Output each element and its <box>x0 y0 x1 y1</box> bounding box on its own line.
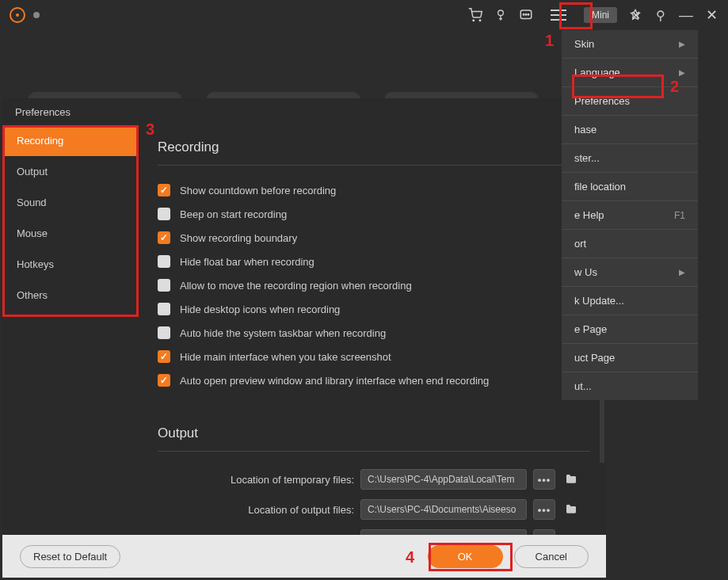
sidebar-item-output[interactable]: Output <box>2 156 139 187</box>
browse-button[interactable]: ••• <box>533 499 555 520</box>
sidebar-item-recording[interactable]: Recording <box>2 125 139 156</box>
sidebar-item-sound[interactable]: Sound <box>2 187 139 218</box>
option-hide-icons[interactable]: Hide desktop icons when recording <box>158 297 590 321</box>
checkbox-icon[interactable] <box>158 350 170 363</box>
sidebar-item-mouse[interactable]: Mouse <box>2 218 139 249</box>
dialog-title: Preferences <box>15 106 71 118</box>
svg-point-2 <box>498 10 504 16</box>
prefs-sidebar: Recording Output Sound Mouse Hotkeys Oth… <box>2 125 139 535</box>
option-label: Hide desktop icons when recording <box>180 303 340 315</box>
temp-path-input[interactable] <box>360 469 527 490</box>
pin-window-icon[interactable]: ⚲ <box>654 8 668 22</box>
option-countdown[interactable]: Show countdown before recording <box>158 178 590 202</box>
mini-mode-button[interactable]: Mini <box>584 7 617 23</box>
chevron-right-icon: ▶ <box>679 68 685 77</box>
section-title-recording: Recording <box>158 125 590 166</box>
option-label: Show recording boundary <box>180 232 297 244</box>
menu-item-skin[interactable]: Skin▶ <box>562 30 698 59</box>
cart-icon[interactable] <box>468 8 482 22</box>
annotation-label-4: 4 <box>406 548 414 567</box>
sidebar-item-hotkeys[interactable]: Hotkeys <box>2 249 139 280</box>
menu-item-update[interactable]: k Update... <box>562 287 698 315</box>
option-label: Auto hide the system taskbar when record… <box>180 327 386 339</box>
output-row-screenshot: Location of screenshot files: ••• <box>158 525 590 535</box>
menu-item-about[interactable]: ut... <box>562 372 698 400</box>
checkbox-icon[interactable] <box>158 326 170 339</box>
svg-point-1 <box>479 20 481 21</box>
option-label: Allow to move the recording region when … <box>180 280 412 292</box>
annotation-label-2: 2 <box>670 78 679 96</box>
open-folder-icon[interactable] <box>562 501 581 518</box>
menu-item-file-location[interactable]: file location <box>562 173 698 201</box>
key-icon[interactable] <box>494 8 508 22</box>
output-label: Location of output files: <box>158 504 354 516</box>
annotation-label-3: 3 <box>146 120 154 139</box>
option-boundary[interactable]: Show recording boundary <box>158 226 590 250</box>
checkbox-icon[interactable] <box>158 374 170 387</box>
cancel-button[interactable]: Cancel <box>514 545 589 568</box>
pin-icon[interactable]: ✕ <box>628 8 642 22</box>
option-hide-taskbar[interactable]: Auto hide the system taskbar when record… <box>158 321 590 345</box>
option-label: Auto open preview window and library int… <box>180 375 489 387</box>
minimize-icon[interactable]: — <box>679 8 693 22</box>
option-label: Show countdown before recording <box>180 185 336 197</box>
option-label: Beep on start recording <box>180 208 287 220</box>
shortcut-key: F1 <box>674 210 685 221</box>
browse-button[interactable]: ••• <box>533 469 555 490</box>
browse-button[interactable]: ••• <box>533 529 555 535</box>
dialog-footer: Reset to Default OK Cancel <box>2 535 606 578</box>
checkbox-icon[interactable] <box>158 231 170 244</box>
reset-default-button[interactable]: Reset to Default <box>20 545 120 568</box>
screenshot-path-input[interactable] <box>360 529 527 535</box>
svg-point-7 <box>525 14 527 16</box>
checkbox-icon[interactable] <box>158 303 170 315</box>
menu-item-support[interactable]: ort <box>562 230 698 258</box>
checkbox-icon[interactable] <box>158 255 170 268</box>
prefs-content[interactable]: Recording Show countdown before recordin… <box>139 125 606 535</box>
chevron-right-icon: ▶ <box>679 268 685 277</box>
option-hide-main[interactable]: Hide main interface when you take screen… <box>158 345 590 368</box>
output-path-input[interactable] <box>360 499 527 520</box>
feedback-icon[interactable] <box>519 8 533 22</box>
output-row-output: Location of output files: ••• <box>158 494 590 525</box>
svg-point-6 <box>523 14 524 16</box>
sidebar-item-others[interactable]: Others <box>2 280 139 311</box>
output-row-temp: Location of temporary files: ••• <box>158 464 590 494</box>
menu-item-follow[interactable]: w Us▶ <box>562 258 698 287</box>
menu-item-purchase[interactable]: hase <box>562 116 698 144</box>
option-label: Hide main interface when you take screen… <box>180 351 391 363</box>
option-auto-preview[interactable]: Auto open preview window and library int… <box>158 368 590 392</box>
menu-button[interactable] <box>544 3 573 27</box>
svg-point-0 <box>473 20 475 21</box>
option-label: Hide float bar when recording <box>180 256 314 268</box>
titlebar: Mini ✕ ⚲ — ✕ <box>0 0 728 30</box>
preferences-dialog: Preferences ✕ Recording Output Sound Mou… <box>2 98 606 578</box>
option-beep[interactable]: Beep on start recording <box>158 202 590 226</box>
record-status-dot <box>33 12 40 18</box>
chevron-right-icon: ▶ <box>679 40 685 48</box>
menu-item-register[interactable]: ster... <box>562 144 698 173</box>
close-window-icon[interactable]: ✕ <box>704 8 718 22</box>
checkbox-icon[interactable] <box>158 279 170 292</box>
dialog-header: Preferences ✕ <box>2 98 606 125</box>
titlebar-right: Mini ✕ ⚲ — ✕ <box>468 3 718 27</box>
option-hide-float[interactable]: Hide float bar when recording <box>158 250 590 273</box>
titlebar-left <box>10 7 40 23</box>
open-folder-icon[interactable] <box>562 471 581 488</box>
menu-item-help[interactable]: e HelpF1 <box>562 201 698 230</box>
option-move-region[interactable]: Allow to move the recording region when … <box>158 273 590 297</box>
output-label: Location of temporary files: <box>158 474 354 486</box>
svg-point-8 <box>528 14 529 16</box>
menu-item-homepage[interactable]: e Page <box>562 315 698 344</box>
app-logo-icon <box>10 7 25 23</box>
menu-item-product[interactable]: uct Page <box>562 344 698 372</box>
annotation-label-1: 1 <box>545 32 554 50</box>
ok-button[interactable]: OK <box>428 545 503 568</box>
section-title-output: Output <box>158 411 590 452</box>
checkbox-icon[interactable] <box>158 184 170 197</box>
checkbox-icon[interactable] <box>158 208 170 220</box>
